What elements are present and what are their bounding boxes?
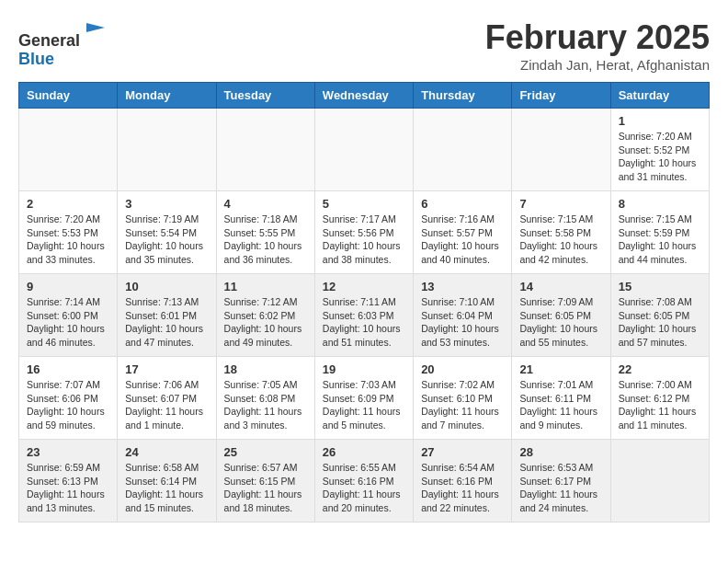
calendar-day-cell: 27Sunrise: 6:54 AM Sunset: 6:16 PM Dayli…	[414, 440, 512, 523]
calendar-day-cell: 17Sunrise: 7:06 AM Sunset: 6:07 PM Dayli…	[118, 357, 216, 440]
calendar-day-cell: 4Sunrise: 7:18 AM Sunset: 5:55 PM Daylig…	[216, 191, 314, 274]
calendar-week-row: 1Sunrise: 7:20 AM Sunset: 5:52 PM Daylig…	[19, 109, 710, 191]
day-info: Sunrise: 7:20 AM Sunset: 5:52 PM Dayligh…	[619, 130, 701, 184]
weekday-header-row: SundayMondayTuesdayWednesdayThursdayFrid…	[19, 83, 710, 109]
calendar-day-cell: 9Sunrise: 7:14 AM Sunset: 6:00 PM Daylig…	[19, 274, 118, 357]
day-number: 7	[519, 197, 602, 211]
weekday-header: Monday	[118, 83, 216, 109]
day-number: 11	[224, 280, 307, 293]
day-info: Sunrise: 7:11 AM Sunset: 6:03 PM Dayligh…	[323, 295, 405, 350]
title-block: February 2025 Zindah Jan, Herat, Afghani…	[485, 18, 710, 73]
calendar-day-cell: 24Sunrise: 6:58 AM Sunset: 6:14 PM Dayli…	[118, 440, 216, 523]
day-info: Sunrise: 7:00 AM Sunset: 6:12 PM Dayligh…	[619, 378, 701, 432]
day-info: Sunrise: 7:14 AM Sunset: 6:00 PM Dayligh…	[27, 295, 109, 350]
day-info: Sunrise: 7:01 AM Sunset: 6:11 PM Dayligh…	[519, 378, 602, 432]
day-info: Sunrise: 7:19 AM Sunset: 5:54 PM Dayligh…	[125, 213, 208, 267]
calendar-week-row: 16Sunrise: 7:07 AM Sunset: 6:06 PM Dayli…	[19, 357, 710, 440]
day-info: Sunrise: 7:09 AM Sunset: 6:05 PM Dayligh…	[519, 295, 602, 350]
day-info: Sunrise: 7:06 AM Sunset: 6:07 PM Dayligh…	[125, 378, 208, 432]
logo: General Blue	[18, 18, 109, 69]
calendar-day-cell: 22Sunrise: 7:00 AM Sunset: 6:12 PM Dayli…	[610, 357, 709, 440]
day-number: 8	[619, 197, 701, 211]
day-info: Sunrise: 7:17 AM Sunset: 5:56 PM Dayligh…	[323, 213, 405, 267]
day-number: 13	[421, 280, 504, 293]
calendar-day-cell	[19, 109, 118, 191]
calendar-day-cell: 21Sunrise: 7:01 AM Sunset: 6:11 PM Dayli…	[512, 357, 610, 440]
weekday-header: Wednesday	[314, 83, 413, 109]
calendar-day-cell	[314, 109, 413, 191]
calendar-day-cell: 2Sunrise: 7:20 AM Sunset: 5:53 PM Daylig…	[19, 191, 118, 274]
day-number: 17	[125, 362, 208, 376]
day-number: 23	[27, 445, 109, 459]
day-number: 22	[619, 362, 701, 376]
svg-marker-0	[86, 23, 105, 32]
calendar-week-row: 9Sunrise: 7:14 AM Sunset: 6:00 PM Daylig…	[19, 274, 710, 357]
calendar-day-cell: 28Sunrise: 6:53 AM Sunset: 6:17 PM Dayli…	[512, 440, 610, 523]
day-info: Sunrise: 6:55 AM Sunset: 6:16 PM Dayligh…	[323, 461, 405, 515]
day-number: 15	[619, 280, 701, 293]
calendar-day-cell: 20Sunrise: 7:02 AM Sunset: 6:10 PM Dayli…	[414, 357, 512, 440]
location-title: Zindah Jan, Herat, Afghanistan	[485, 57, 710, 73]
day-number: 14	[519, 280, 602, 293]
day-info: Sunrise: 7:05 AM Sunset: 6:08 PM Dayligh…	[224, 378, 307, 432]
day-number: 12	[323, 280, 405, 293]
calendar-week-row: 23Sunrise: 6:59 AM Sunset: 6:13 PM Dayli…	[19, 440, 710, 523]
day-info: Sunrise: 6:53 AM Sunset: 6:17 PM Dayligh…	[519, 461, 602, 515]
calendar-day-cell: 23Sunrise: 6:59 AM Sunset: 6:13 PM Dayli…	[19, 440, 118, 523]
calendar-day-cell: 16Sunrise: 7:07 AM Sunset: 6:06 PM Dayli…	[19, 357, 118, 440]
weekday-header: Saturday	[610, 83, 709, 109]
logo-general: General	[18, 31, 80, 50]
calendar-day-cell	[414, 109, 512, 191]
weekday-header: Friday	[512, 83, 610, 109]
day-number: 1	[619, 114, 701, 128]
day-info: Sunrise: 6:59 AM Sunset: 6:13 PM Dayligh…	[27, 461, 109, 515]
day-number: 16	[27, 362, 109, 376]
calendar-day-cell: 18Sunrise: 7:05 AM Sunset: 6:08 PM Dayli…	[216, 357, 314, 440]
month-title: February 2025	[485, 18, 710, 57]
calendar-day-cell: 14Sunrise: 7:09 AM Sunset: 6:05 PM Dayli…	[512, 274, 610, 357]
calendar-table: SundayMondayTuesdayWednesdayThursdayFrid…	[18, 82, 710, 523]
day-number: 27	[421, 445, 504, 459]
day-number: 10	[125, 280, 208, 293]
day-number: 28	[519, 445, 602, 459]
day-info: Sunrise: 7:08 AM Sunset: 6:05 PM Dayligh…	[619, 295, 701, 350]
day-info: Sunrise: 7:18 AM Sunset: 5:55 PM Dayligh…	[224, 213, 307, 267]
day-number: 20	[421, 362, 504, 376]
calendar-day-cell: 13Sunrise: 7:10 AM Sunset: 6:04 PM Dayli…	[414, 274, 512, 357]
calendar-day-cell: 12Sunrise: 7:11 AM Sunset: 6:03 PM Dayli…	[314, 274, 413, 357]
day-info: Sunrise: 7:15 AM Sunset: 5:59 PM Dayligh…	[619, 213, 701, 267]
day-info: Sunrise: 7:03 AM Sunset: 6:09 PM Dayligh…	[323, 378, 405, 432]
day-number: 9	[27, 280, 109, 293]
day-number: 4	[224, 197, 307, 211]
weekday-header: Sunday	[19, 83, 118, 109]
calendar-day-cell: 5Sunrise: 7:17 AM Sunset: 5:56 PM Daylig…	[314, 191, 413, 274]
day-info: Sunrise: 6:58 AM Sunset: 6:14 PM Dayligh…	[125, 461, 208, 515]
day-number: 24	[125, 445, 208, 459]
day-info: Sunrise: 7:13 AM Sunset: 6:01 PM Dayligh…	[125, 295, 208, 350]
logo-flag-icon	[82, 18, 109, 46]
day-info: Sunrise: 6:57 AM Sunset: 6:15 PM Dayligh…	[224, 461, 307, 515]
calendar-week-row: 2Sunrise: 7:20 AM Sunset: 5:53 PM Daylig…	[19, 191, 710, 274]
logo-blue: Blue	[18, 50, 54, 68]
calendar-day-cell: 25Sunrise: 6:57 AM Sunset: 6:15 PM Dayli…	[216, 440, 314, 523]
day-number: 18	[224, 362, 307, 376]
calendar-day-cell: 3Sunrise: 7:19 AM Sunset: 5:54 PM Daylig…	[118, 191, 216, 274]
page-header: General Blue February 2025 Zindah Jan, H…	[18, 18, 710, 73]
calendar-day-cell: 26Sunrise: 6:55 AM Sunset: 6:16 PM Dayli…	[314, 440, 413, 523]
calendar-day-cell: 7Sunrise: 7:15 AM Sunset: 5:58 PM Daylig…	[512, 191, 610, 274]
calendar-day-cell: 11Sunrise: 7:12 AM Sunset: 6:02 PM Dayli…	[216, 274, 314, 357]
calendar-day-cell	[512, 109, 610, 191]
day-info: Sunrise: 6:54 AM Sunset: 6:16 PM Dayligh…	[421, 461, 504, 515]
calendar-day-cell	[610, 440, 709, 523]
day-info: Sunrise: 7:02 AM Sunset: 6:10 PM Dayligh…	[421, 378, 504, 432]
day-number: 3	[125, 197, 208, 211]
day-info: Sunrise: 7:20 AM Sunset: 5:53 PM Dayligh…	[27, 213, 109, 267]
day-info: Sunrise: 7:12 AM Sunset: 6:02 PM Dayligh…	[224, 295, 307, 350]
day-info: Sunrise: 7:16 AM Sunset: 5:57 PM Dayligh…	[421, 213, 504, 267]
calendar-day-cell: 8Sunrise: 7:15 AM Sunset: 5:59 PM Daylig…	[610, 191, 709, 274]
calendar-day-cell	[118, 109, 216, 191]
calendar-day-cell: 6Sunrise: 7:16 AM Sunset: 5:57 PM Daylig…	[414, 191, 512, 274]
calendar-day-cell: 15Sunrise: 7:08 AM Sunset: 6:05 PM Dayli…	[610, 274, 709, 357]
calendar-day-cell: 10Sunrise: 7:13 AM Sunset: 6:01 PM Dayli…	[118, 274, 216, 357]
day-number: 25	[224, 445, 307, 459]
